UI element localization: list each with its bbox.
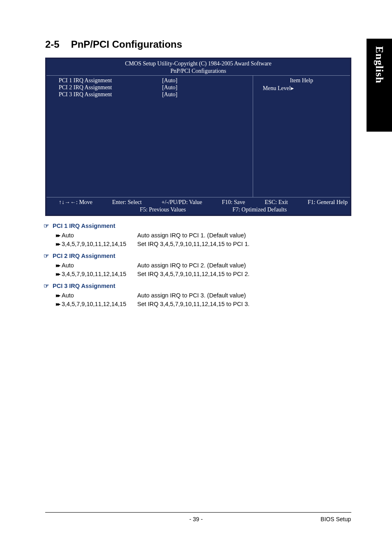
- bios-body: PCI 1 IRQ Assignment [Auto] PCI 2 IRQ As…: [46, 75, 350, 197]
- option-row: ▸▸AutoAuto assign IRQ to PCI 1. (Default…: [45, 231, 351, 240]
- double-arrow-icon: ▸▸: [56, 241, 59, 247]
- bios-item[interactable]: PCI 2 IRQ Assignment [Auto]: [59, 84, 250, 91]
- option-label: ▸▸3,4,5,7,9,10,11,12,14,15: [56, 270, 137, 278]
- option-desc: Auto assign IRQ to PCI 3. (Default value…: [137, 291, 246, 300]
- menu-level: Menu Level▸: [256, 85, 348, 92]
- hand-icon: ☞: [44, 282, 53, 290]
- section-name: PnP/PCI Configurations: [71, 39, 182, 50]
- option-desc: Set IRQ 3,4,5,7,9,10,11,12,14,15 to PCI …: [137, 240, 249, 248]
- option-desc: Set IRQ 3,4,5,7,9,10,11,12,14,15 to PCI …: [137, 270, 249, 278]
- double-arrow-icon: ▸▸: [56, 292, 59, 299]
- double-arrow-icon: ▸▸: [56, 262, 59, 269]
- bios-panel: CMOS Setup Utility-Copyright (C) 1984-20…: [45, 58, 351, 216]
- option-label: ▸▸Auto: [56, 261, 137, 270]
- page-content: 2-5PnP/PCI Configurations CMOS Setup Uti…: [45, 39, 351, 309]
- option-row: ▸▸AutoAuto assign IRQ to PCI 3. (Default…: [45, 291, 351, 300]
- section-number: 2-5: [45, 39, 60, 50]
- descriptions: ☞PCI 1 IRQ Assignment▸▸AutoAuto assign I…: [45, 222, 351, 309]
- bios-items-pane: PCI 1 IRQ Assignment [Auto] PCI 2 IRQ As…: [46, 76, 253, 197]
- bios-footer-row1: ↑↓→←: Move Enter: Select +/-/PU/PD: Valu…: [59, 199, 348, 206]
- option-row: ▸▸3,4,5,7,9,10,11,12,14,15Set IRQ 3,4,5,…: [45, 240, 351, 248]
- bios-item-label: PCI 2 IRQ Assignment: [59, 84, 162, 91]
- option-row: ▸▸3,4,5,7,9,10,11,12,14,15Set IRQ 3,4,5,…: [45, 270, 351, 278]
- item-help-title: Item Help: [256, 77, 348, 84]
- option-row: ▸▸3,4,5,7,9,10,11,12,14,15Set IRQ 3,4,5,…: [45, 300, 351, 309]
- option-label: ▸▸3,4,5,7,9,10,11,12,14,15: [56, 300, 137, 309]
- triangle-right-icon: ▸: [291, 85, 294, 91]
- option-desc: Set IRQ 3,4,5,7,9,10,11,12,14,15 to PCI …: [137, 300, 249, 309]
- bios-footer: ↑↓→←: Move Enter: Select +/-/PU/PD: Valu…: [46, 197, 350, 215]
- bios-item[interactable]: PCI 1 IRQ Assignment [Auto]: [59, 77, 250, 84]
- option-label: ▸▸3,4,5,7,9,10,11,12,14,15: [56, 240, 137, 248]
- key-move: ↑↓→←: Move: [59, 199, 92, 206]
- option-desc: Auto assign IRQ to PCI 2. (Default value…: [137, 261, 246, 270]
- desc-heading: ☞PCI 3 IRQ Assignment: [45, 282, 351, 290]
- key-enter: Enter: Select: [112, 199, 142, 206]
- key-esc: ESC: Exit: [265, 199, 288, 206]
- section-title: 2-5PnP/PCI Configurations: [45, 39, 351, 50]
- key-f1: F1: General Help: [308, 199, 348, 206]
- desc-heading: ☞PCI 1 IRQ Assignment: [45, 222, 351, 230]
- double-arrow-icon: ▸▸: [56, 271, 59, 277]
- key-f5: F5: Previous Values: [140, 206, 186, 214]
- option-desc: Auto assign IRQ to PCI 1. (Default value…: [137, 231, 246, 240]
- double-arrow-icon: ▸▸: [56, 301, 59, 307]
- option-label: ▸▸Auto: [56, 291, 137, 300]
- bios-help-pane: Item Help Menu Level▸: [253, 76, 350, 197]
- key-f7: F7: Optimized Defaults: [233, 206, 287, 214]
- bios-footer-row2: F5: Previous Values F7: Optimized Defaul…: [59, 206, 348, 214]
- language-tab-text: English: [373, 46, 385, 84]
- desc-heading: ☞PCI 2 IRQ Assignment: [45, 252, 351, 260]
- double-arrow-icon: ▸▸: [56, 232, 59, 239]
- footer-section-name: BIOS Setup: [321, 516, 351, 522]
- bios-item-label: PCI 1 IRQ Assignment: [59, 77, 162, 84]
- bios-item-value: [Auto]: [162, 77, 250, 84]
- bios-item-label: PCI 3 IRQ Assignment: [59, 91, 162, 98]
- key-pupd: +/-/PU/PD: Value: [161, 199, 202, 206]
- key-f10: F10: Save: [222, 199, 245, 206]
- hand-icon: ☞: [44, 222, 53, 230]
- option-label: ▸▸Auto: [56, 231, 137, 240]
- bios-item-value: [Auto]: [162, 84, 250, 91]
- language-tab: English: [367, 39, 392, 132]
- hand-icon: ☞: [44, 252, 53, 260]
- bios-header-line2: PnP/PCI Configurations: [46, 67, 350, 75]
- bios-header: CMOS Setup Utility-Copyright (C) 1984-20…: [46, 59, 350, 75]
- option-row: ▸▸AutoAuto assign IRQ to PCI 2. (Default…: [45, 261, 351, 270]
- bios-header-line1: CMOS Setup Utility-Copyright (C) 1984-20…: [46, 60, 350, 67]
- bios-item[interactable]: PCI 3 IRQ Assignment [Auto]: [59, 91, 250, 98]
- bios-item-value: [Auto]: [162, 91, 250, 98]
- footer-divider: [45, 512, 351, 513]
